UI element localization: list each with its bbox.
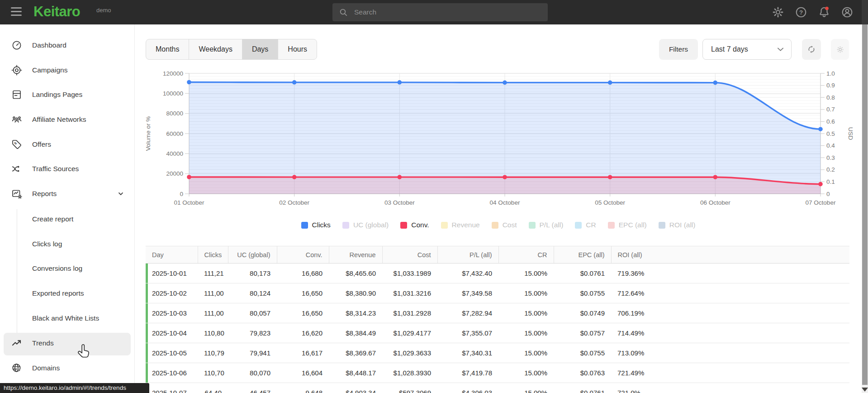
sidebar-label: Dashboard [32, 41, 66, 49]
column-header-revenue[interactable]: Revenue [329, 246, 382, 264]
table-cell: 16,620 [277, 323, 329, 343]
column-header-clicks[interactable]: Clicks [198, 246, 228, 264]
svg-text:0.5: 0.5 [826, 130, 835, 137]
global-search[interactable] [332, 3, 548, 21]
table-cell: 15.00% [498, 343, 554, 363]
chevron-down-icon [117, 190, 124, 197]
sidebar-item-create-report[interactable]: Create report [0, 209, 134, 229]
sidebar-item-campaigns[interactable]: Campaigns [0, 60, 134, 80]
column-header-epc-all[interactable]: EPC (all) [554, 246, 611, 264]
table-cell: $8,380.90 [329, 283, 382, 303]
table-cell: 111,00 [198, 303, 228, 323]
sidebar-label: Offers [32, 140, 51, 149]
column-header-conv[interactable]: Conv. [277, 246, 329, 264]
table-cell: $8,314.23 [329, 303, 382, 323]
svg-text:07 October: 07 October [806, 199, 836, 206]
search-input[interactable] [353, 8, 548, 17]
table-cell: $7,340.31 [437, 343, 498, 363]
legend-swatch [342, 222, 349, 229]
user-avatar-icon[interactable] [841, 6, 854, 19]
tab-weekdays[interactable]: Weekdays [189, 39, 242, 59]
affiliate-networks-icon [11, 114, 22, 125]
traffic-sources-icon [11, 163, 22, 174]
gear-icon [836, 45, 844, 54]
sidebar-label: Trends [32, 339, 54, 347]
sidebar-item-reports[interactable]: Reports [0, 184, 134, 204]
svg-text:Volume or %: Volume or % [145, 116, 152, 151]
column-header-cost[interactable]: Cost [382, 246, 437, 264]
sidebar-item-exported-reports[interactable]: Exported reports [0, 283, 134, 303]
svg-text:0.9: 0.9 [826, 82, 835, 89]
sidebar-item-landing-pages[interactable]: Landings Pages [0, 85, 134, 105]
settings-gear-icon[interactable] [772, 6, 784, 19]
sidebar-item-dashboard[interactable]: Dashboard [0, 35, 134, 55]
table-cell: 79,941 [228, 343, 277, 363]
legend-item-conv[interactable]: Conv. [400, 221, 429, 229]
column-header-roi-all[interactable]: ROI (all) [611, 246, 849, 264]
table-cell: $0.0761 [554, 383, 611, 393]
legend-item-cr[interactable]: CR [575, 221, 596, 229]
svg-text:0.8: 0.8 [826, 94, 835, 101]
legend-item-roi-all[interactable]: ROI (all) [659, 221, 696, 229]
table-cell: $4,306.03 [437, 383, 498, 393]
table-cell: 2025-10-02 [146, 283, 198, 303]
legend-swatch [301, 222, 308, 229]
table-cell: 111,21 [198, 264, 228, 283]
domains-globe-icon [11, 363, 22, 374]
table-row: 2025-10-0764,4046,4579,648$4,903.34$597.… [146, 383, 849, 393]
svg-text:40000: 40000 [166, 150, 183, 157]
legend-item-revenue[interactable]: Revenue [441, 221, 480, 229]
sidebar-item-domains[interactable]: Domains [0, 358, 134, 378]
table-cell: 714.49% [611, 323, 849, 343]
sidebar-item-black-white-lists[interactable]: Black and White Lists [0, 308, 134, 328]
tab-hours[interactable]: Hours [278, 39, 317, 59]
search-icon [339, 8, 348, 17]
table-cell: $597.3069 [382, 383, 437, 393]
legend-item-clicks[interactable]: Clicks [301, 221, 331, 229]
svg-text:03 October: 03 October [384, 199, 415, 206]
sidebar-label: Black and White Lists [32, 314, 99, 322]
svg-text:0.6: 0.6 [826, 118, 835, 125]
table-cell: 2025-10-04 [146, 323, 198, 343]
sidebar-item-clicks-log[interactable]: Clicks log [0, 234, 134, 254]
sidebar-label: Domains [32, 364, 60, 372]
tab-days[interactable]: Days [242, 39, 278, 59]
table-cell: 2025-10-07 [146, 383, 198, 393]
table-cell: $7,349.58 [437, 283, 498, 303]
table-cell: $4,903.34 [329, 383, 382, 393]
table-cell: 80,057 [228, 303, 277, 323]
help-icon[interactable]: ? [795, 6, 807, 19]
column-header-cr[interactable]: CR [498, 246, 554, 264]
scrollbar[interactable] [862, 0, 868, 393]
sidebar-item-conversions-log[interactable]: Conversions log [0, 259, 134, 278]
table-cell: $1,031.3216 [382, 283, 437, 303]
legend-item-p-l-all[interactable]: P/L (all) [529, 221, 564, 229]
status-url-tooltip: https://demo.keitaro.io/admin/#!/trends/… [0, 383, 149, 393]
table-cell: $8,369.67 [329, 343, 382, 363]
scrollbar-thumb[interactable] [862, 24, 868, 385]
scrollbar-track-top [862, 0, 868, 24]
notifications-bell-icon[interactable] [818, 6, 830, 19]
legend-label: Cost [503, 221, 517, 229]
sidebar-item-offers[interactable]: $ Offers [0, 134, 134, 154]
column-header-p-l-all[interactable]: P/L (all) [437, 246, 498, 264]
sidebar-item-traffic-sources[interactable]: Traffic Sources [0, 159, 134, 179]
sidebar-item-trends[interactable]: Trends [0, 333, 134, 353]
legend-item-cost[interactable]: Cost [492, 221, 517, 229]
tab-months[interactable]: Months [146, 39, 189, 59]
legend-item-uc-global[interactable]: UC (global) [342, 221, 389, 229]
legend-label: ROI (all) [669, 221, 696, 229]
table-cell: 15.00% [498, 383, 554, 393]
table-cell: 719.36% [611, 264, 849, 283]
menu-toggle-button[interactable] [11, 7, 22, 17]
table-cell: $7,355.07 [437, 323, 498, 343]
sidebar-item-affiliate-networks[interactable]: Affiliate Networks [0, 110, 134, 129]
svg-text:0: 0 [826, 191, 830, 197]
legend-label: CR [586, 221, 596, 229]
legend-swatch [400, 222, 407, 229]
column-header-day[interactable]: Day [146, 246, 198, 264]
column-header-uc-global[interactable]: UC (global) [228, 246, 277, 264]
brand-logo[interactable]: Keitaro [33, 4, 80, 20]
legend-item-epc-all[interactable]: EPC (all) [608, 221, 647, 229]
table-cell: $7,282.94 [437, 303, 498, 323]
